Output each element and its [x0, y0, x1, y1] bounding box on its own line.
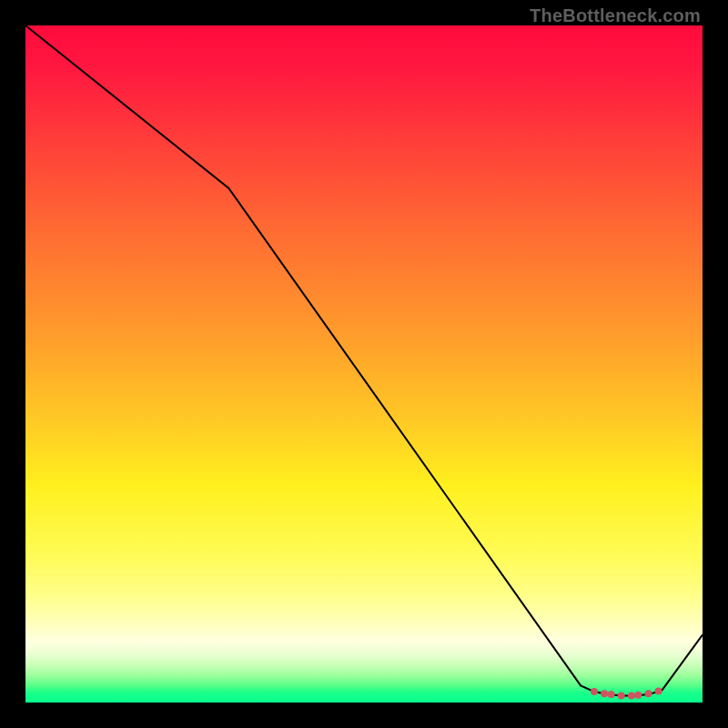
optimal-range-markers [591, 687, 662, 699]
marker-dot [591, 688, 598, 695]
marker-dot [634, 692, 642, 699]
attribution-label: TheBottleneck.com [530, 5, 701, 26]
marker-dot [618, 693, 625, 700]
chart-frame: TheBottleneck.com [0, 0, 728, 728]
marker-dot [645, 690, 652, 697]
chart-svg [25, 25, 703, 703]
bottleneck-curve [25, 25, 703, 696]
marker-dot [608, 691, 615, 698]
marker-dot [601, 690, 608, 697]
plot-area [25, 25, 703, 703]
marker-dot [655, 687, 662, 694]
curve-line [25, 25, 703, 696]
marker-dot [628, 693, 635, 700]
